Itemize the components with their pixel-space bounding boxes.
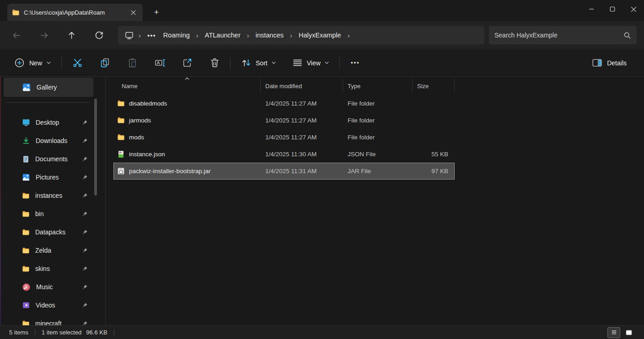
plus-circle-icon xyxy=(14,57,25,69)
pin-icon xyxy=(82,266,88,272)
file-type: File folder xyxy=(343,117,413,124)
folder-icon xyxy=(117,100,125,107)
pin-icon xyxy=(82,248,88,254)
breadcrumb-segment[interactable]: instances xyxy=(252,30,287,41)
details-pane-button[interactable]: Details xyxy=(587,54,631,72)
chevron-right-icon: › xyxy=(345,32,353,39)
view-button[interactable]: View xyxy=(287,54,334,72)
sidebar-item-downloads[interactable]: Downloads xyxy=(4,132,93,150)
file-name-cell: mods xyxy=(113,133,261,141)
new-button[interactable]: New xyxy=(9,54,56,72)
breadcrumb-segment[interactable]: Roaming xyxy=(160,30,193,41)
jar-file-icon xyxy=(117,167,125,175)
new-tab-button[interactable]: + xyxy=(150,6,163,18)
sidebar-item-instances[interactable]: instances xyxy=(4,186,93,205)
documents-icon xyxy=(22,155,30,163)
details-view-toggle[interactable] xyxy=(607,327,620,338)
pin-icon xyxy=(82,120,88,126)
toolbar-separator xyxy=(61,57,62,69)
column-header-size[interactable]: Size xyxy=(413,79,455,93)
chevron-right-icon: › xyxy=(193,32,201,39)
more-options-button[interactable]: ••• xyxy=(345,54,365,72)
sidebar-item-zelda[interactable]: Zelda xyxy=(4,241,93,260)
file-explorer-window: C:\Users\coxja\AppData\Roam + › ••• Roam… xyxy=(0,0,644,339)
tab-close-icon[interactable] xyxy=(128,7,138,17)
sidebar-item-videos[interactable]: Videos xyxy=(4,296,93,314)
pin-icon xyxy=(82,302,88,308)
column-header-date-modified[interactable]: Date modified xyxy=(261,79,343,93)
file-name: disabledmods xyxy=(129,100,167,107)
gallery-icon xyxy=(22,83,31,92)
sidebar-item-documents[interactable]: Documents xyxy=(4,150,93,168)
sidebar-item-label: Documents xyxy=(35,155,82,163)
copy-button[interactable] xyxy=(95,54,115,72)
search-input[interactable]: Search HalyxExample xyxy=(489,26,637,44)
sidebar-item-gallery[interactable]: Gallery xyxy=(4,78,93,97)
sort-ascending-icon xyxy=(184,76,190,83)
sidebar-item-skins[interactable]: skins xyxy=(4,260,93,278)
back-button[interactable] xyxy=(7,26,26,44)
file-row[interactable]: mods1/4/2025 11:27 AMFile folder xyxy=(113,129,455,146)
sidebar-separator xyxy=(6,102,90,103)
up-button[interactable] xyxy=(62,26,80,44)
column-header-name[interactable]: Name xyxy=(113,79,261,93)
sidebar-item-desktop[interactable]: Desktop xyxy=(4,113,93,132)
json-file-icon xyxy=(117,150,125,158)
title-bar: C:\Users\coxja\AppData\Roam + xyxy=(0,0,644,21)
folder-icon xyxy=(22,228,30,236)
window-controls xyxy=(581,0,644,21)
file-row[interactable]: disabledmods1/4/2025 11:27 AMFile folder xyxy=(113,95,455,112)
file-row[interactable]: packwiz-installer-bootstrap.jar1/4/2025 … xyxy=(113,163,455,180)
file-name: instance.json xyxy=(129,151,165,158)
chevron-down-icon xyxy=(46,60,51,65)
sidebar-item-music[interactable]: Music xyxy=(4,278,93,296)
sidebar-item-label: Datapacks xyxy=(35,228,82,236)
sidebar-item-label: Gallery xyxy=(37,84,93,91)
breadcrumb-segment[interactable]: HalyxExample xyxy=(295,30,345,41)
sidebar-pinned-items: DesktopDownloadsDocumentsPicturesinstanc… xyxy=(4,113,93,325)
file-type: JSON File xyxy=(343,151,413,158)
sidebar-item-label: Downloads xyxy=(36,137,82,144)
refresh-button[interactable] xyxy=(90,26,108,44)
chevron-down-icon xyxy=(271,60,276,65)
file-row[interactable]: jarmods1/4/2025 11:27 AMFile folder xyxy=(113,112,455,129)
sidebar-item-label: Music xyxy=(36,283,82,291)
command-bar: New Sort View ••• Details xyxy=(0,49,644,77)
explorer-tab[interactable]: C:\Users\coxja\AppData\Roam xyxy=(7,4,143,21)
sidebar-scrollbar[interactable] xyxy=(94,99,97,196)
navigation-pane: Gallery DesktopDownloadsDocumentsPicture… xyxy=(1,77,105,325)
breadcrumb[interactable]: › ••• Roaming›ATLauncher›instances›Halyx… xyxy=(118,26,484,44)
file-name-cell: packwiz-installer-bootstrap.jar xyxy=(113,167,261,175)
pin-icon xyxy=(82,284,88,290)
maximize-button[interactable] xyxy=(602,0,623,18)
forward-button[interactable] xyxy=(35,26,53,44)
paste-button[interactable] xyxy=(122,54,142,72)
column-headers: Name Date modified Type Size xyxy=(113,79,455,93)
sidebar-item-pictures[interactable]: Pictures xyxy=(4,168,93,186)
rename-button[interactable] xyxy=(150,54,170,72)
sort-button[interactable]: Sort xyxy=(236,54,281,72)
breadcrumb-segment[interactable]: ATLauncher xyxy=(201,30,244,41)
chevron-right-icon: › xyxy=(136,32,144,39)
sidebar-item-minecraft[interactable]: minecraft xyxy=(4,314,93,325)
share-button[interactable] xyxy=(177,54,197,72)
file-name: mods xyxy=(129,134,144,141)
view-icon xyxy=(292,57,303,69)
breadcrumb-overflow-button[interactable]: ••• xyxy=(144,32,160,39)
column-header-type[interactable]: Type xyxy=(343,79,413,93)
thumbnail-view-toggle[interactable] xyxy=(623,328,635,338)
minimize-button[interactable] xyxy=(581,0,602,18)
sidebar-item-bin[interactable]: bin xyxy=(4,205,93,223)
delete-button[interactable] xyxy=(204,54,225,72)
folder-icon xyxy=(12,9,20,16)
folder-icon xyxy=(22,320,30,326)
file-row[interactable]: instance.json1/4/2025 11:30 AMJSON File5… xyxy=(113,146,455,163)
sidebar-item-datapacks[interactable]: Datapacks xyxy=(4,223,93,241)
this-pc-icon[interactable] xyxy=(124,31,134,40)
downloads-icon xyxy=(22,137,30,145)
cut-button[interactable] xyxy=(67,54,87,72)
folder-icon xyxy=(117,133,125,141)
chevron-right-icon: › xyxy=(244,32,252,39)
close-button[interactable] xyxy=(623,0,644,18)
selection-count: 1 item selected xyxy=(42,329,81,336)
